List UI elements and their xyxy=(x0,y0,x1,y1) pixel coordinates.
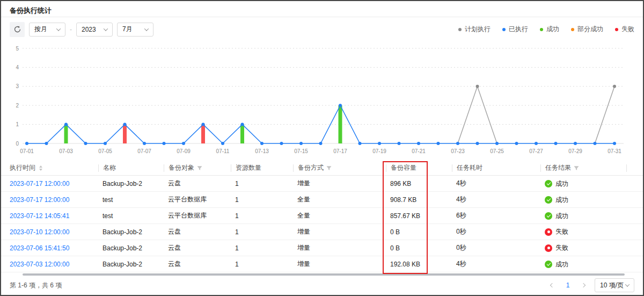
cell-method: 增量 xyxy=(293,227,386,236)
cell-time: 2023-07-12 14:05:41 xyxy=(10,212,98,220)
table-row: 2023-07-17 12:00:00test云平台数据库1全量908.7 KB… xyxy=(1,192,643,208)
cell-method: 增量 xyxy=(293,179,386,188)
prev-page-button[interactable] xyxy=(546,279,558,291)
svg-text:07-09: 07-09 xyxy=(177,148,191,154)
cell-method: 全量 xyxy=(293,211,386,220)
cell-target: 云平台数据库 xyxy=(164,211,231,220)
range-separator: - xyxy=(70,26,72,33)
cell-method: 全量 xyxy=(293,195,386,204)
cell-capacity: 896 KB xyxy=(386,180,452,187)
check-circle-icon xyxy=(545,261,552,268)
table-row: 2023-07-12 14:05:41test云平台数据库1全量857.67 K… xyxy=(1,208,643,224)
execution-time-link[interactable]: 2023-07-10 12:00:00 xyxy=(10,228,69,236)
page-size-select[interactable]: 10 项/页 xyxy=(595,278,634,292)
period-select[interactable]: 按月 xyxy=(29,23,65,37)
legend-item-2[interactable]: 成功 xyxy=(540,25,559,34)
header-label: 备份容量 xyxy=(391,163,416,172)
legend-item-3[interactable]: 部分成功 xyxy=(571,25,603,34)
cell-name: Backup-Job-2 xyxy=(98,261,164,268)
title-bar: 备份执行统计 xyxy=(1,1,643,17)
check-circle-icon xyxy=(545,180,552,187)
sort-icon[interactable] xyxy=(39,165,42,171)
svg-text:07-19: 07-19 xyxy=(372,148,386,154)
cell-capacity: 192.08 KB xyxy=(386,261,452,268)
cell-result: 失败 xyxy=(540,227,626,236)
legend-label: 部分成功 xyxy=(577,25,603,34)
check-circle-icon xyxy=(545,196,552,204)
status-label: 失败 xyxy=(555,243,568,252)
legend-label: 计划执行 xyxy=(465,25,491,34)
header-cell-2[interactable]: 备份对象 xyxy=(164,164,231,172)
cell-resource_count: 1 xyxy=(231,212,293,220)
header-label: 执行时间 xyxy=(10,163,35,172)
header-label: 备份对象 xyxy=(169,163,194,172)
status-label: 成功 xyxy=(555,179,568,189)
filter-icon[interactable] xyxy=(574,165,579,171)
filter-icon[interactable] xyxy=(326,165,332,171)
svg-text:07-23: 07-23 xyxy=(451,148,465,154)
execution-time-link[interactable]: 2023-07-17 12:00:00 xyxy=(10,180,69,187)
header-cell-3: 资源数量 xyxy=(231,164,293,172)
pagination-summary: 第 1-6 项，共 6 项 xyxy=(10,281,62,290)
period-select-value: 按月 xyxy=(34,25,47,34)
svg-text:07-01: 07-01 xyxy=(20,148,34,154)
header-label: 任务耗时 xyxy=(457,163,482,172)
execution-chart: 01234507-0107-0307-0507-0707-0907-1107-1… xyxy=(1,41,643,161)
status-badge: 成功 xyxy=(545,179,568,189)
cell-target: 云盘 xyxy=(164,227,231,236)
cell-result: 成功 xyxy=(540,211,626,221)
header-label: 任务结果 xyxy=(545,163,571,172)
legend-dot-icon xyxy=(615,28,618,31)
cell-time: 2023-07-06 15:41:50 xyxy=(10,244,98,252)
cell-duration: 0秒 xyxy=(452,227,540,236)
status-label: 失败 xyxy=(555,227,568,236)
cell-duration: 0秒 xyxy=(452,243,540,252)
chevron-down-icon xyxy=(104,26,108,31)
svg-text:07-31: 07-31 xyxy=(608,148,621,154)
svg-text:4: 4 xyxy=(16,64,19,70)
svg-text:07-13: 07-13 xyxy=(255,148,269,154)
header-end-divider xyxy=(626,164,627,172)
svg-text:07-05: 07-05 xyxy=(98,148,112,154)
execution-time-link[interactable]: 2023-07-12 14:05:41 xyxy=(10,212,69,220)
year-select-value: 2023 xyxy=(82,26,96,33)
execution-time-link[interactable]: 2023-07-17 12:00:00 xyxy=(10,196,69,204)
chevron-left-icon xyxy=(550,283,554,287)
close-circle-icon xyxy=(545,228,552,236)
svg-text:07-25: 07-25 xyxy=(490,148,504,154)
cell-duration: 4秒 xyxy=(452,179,540,188)
table-row: 2023-07-17 12:00:00Backup-Job-2云盘1增量896 … xyxy=(1,176,643,192)
header-cell-7[interactable]: 任务结果 xyxy=(540,164,626,172)
execution-time-link[interactable]: 2023-07-03 12:00:00 xyxy=(10,261,69,268)
cell-time: 2023-07-17 12:00:00 xyxy=(10,196,98,204)
legend-item-1[interactable]: 已执行 xyxy=(502,25,528,34)
svg-text:07-03: 07-03 xyxy=(59,148,73,154)
legend-dot-icon xyxy=(458,28,462,31)
chevron-down-icon xyxy=(56,26,61,31)
svg-text:07-15: 07-15 xyxy=(294,148,308,154)
month-select-value: 7月 xyxy=(122,25,133,34)
refresh-button[interactable] xyxy=(10,22,25,37)
header-cell-0[interactable]: 执行时间 xyxy=(10,164,98,172)
chart-area: 01234507-0107-0307-0507-0707-0907-1107-1… xyxy=(1,41,643,161)
cell-resource_count: 1 xyxy=(231,180,293,187)
header-cell-1: 名称 xyxy=(98,164,164,172)
svg-text:07-07: 07-07 xyxy=(137,148,151,154)
cell-duration: 4秒 xyxy=(452,259,540,269)
header-cell-6: 任务耗时 xyxy=(452,164,540,172)
table-row: 2023-07-03 12:00:00Backup-Job-2云盘1增量192.… xyxy=(1,256,643,272)
year-select[interactable]: 2023 xyxy=(76,23,113,37)
filter-icon[interactable] xyxy=(197,165,202,171)
header-cell-4[interactable]: 备份方式 xyxy=(293,164,386,172)
legend-item-4[interactable]: 失败 xyxy=(615,25,634,34)
cell-method: 增量 xyxy=(293,243,386,252)
page-number[interactable]: 1 xyxy=(564,281,572,289)
cell-resource_count: 1 xyxy=(231,196,293,204)
cell-result: 失败 xyxy=(540,243,626,252)
next-page-button[interactable] xyxy=(577,279,589,291)
legend-item-0[interactable]: 计划执行 xyxy=(458,25,491,34)
month-select[interactable]: 7月 xyxy=(117,23,153,37)
execution-time-link[interactable]: 2023-07-06 15:41:50 xyxy=(10,244,69,252)
svg-text:07-17: 07-17 xyxy=(333,148,347,154)
status-label: 成功 xyxy=(555,212,568,221)
